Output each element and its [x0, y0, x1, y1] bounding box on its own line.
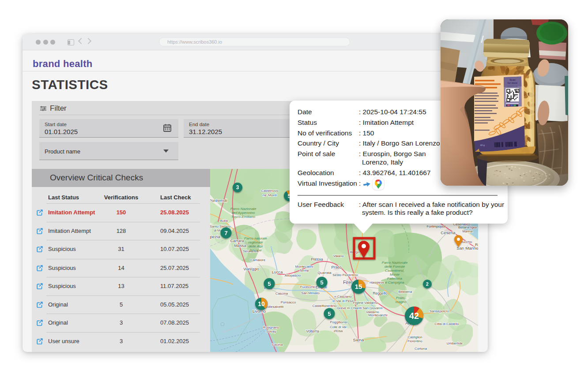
svg-text:Bibbiena: Bibbiena — [399, 290, 412, 294]
svg-text:Marina: Marina — [463, 229, 473, 233]
svg-text:Lucca: Lucca — [272, 270, 283, 274]
svg-text:Apuane: Apuane — [249, 248, 262, 252]
svg-text:Camaiore: Camaiore — [250, 258, 266, 262]
svg-text:Casentinesi,: Casentinesi, — [385, 269, 404, 273]
svg-text:Solvay: Solvay — [266, 329, 276, 333]
svg-text:Parco Nazionale: Parco Nazionale — [230, 207, 256, 211]
svg-text:10: 10 — [258, 300, 265, 307]
svg-text:Vaiano: Vaiano — [333, 254, 344, 258]
svg-text:magno: magno — [396, 300, 407, 304]
svg-text:Montevarchi: Montevarchi — [369, 313, 388, 317]
svg-text:Fucecchio: Fucecchio — [300, 285, 317, 289]
svg-text:Terme: Terme — [299, 269, 309, 273]
svg-text:Prato: Prato — [331, 265, 341, 269]
svg-text:delle Foreste: delle Foreste — [384, 265, 405, 269]
svg-text:Collesalvetti: Collesalvetti — [265, 305, 284, 309]
svg-text:Fiorentino: Fiorentino — [407, 339, 422, 343]
svg-text:3: 3 — [236, 184, 239, 191]
svg-text:ne' Monti: ne' Monti — [263, 193, 277, 197]
svg-text:Poggibonsi: Poggibonsi — [330, 320, 347, 324]
svg-text:Bellaria-Igea: Bellaria-Igea — [458, 225, 477, 229]
svg-text:Parco Nazionale: Parco Nazionale — [382, 261, 408, 265]
svg-text:Cesena: Cesena — [441, 230, 456, 235]
svg-text:Greve in Chianti: Greve in Chianti — [337, 306, 362, 310]
svg-text:Figline Valdarno: Figline Valdarno — [353, 301, 378, 305]
svg-text:regionale: regionale — [249, 240, 263, 244]
svg-text:San Giovanni: San Giovanni — [362, 306, 382, 310]
svg-text:Altopascio: Altopascio — [285, 273, 301, 277]
svg-text:Falterona: Falterona — [387, 277, 402, 280]
svg-text:d'Elsa: d'Elsa — [334, 329, 343, 333]
svg-text:Castiglion: Castiglion — [408, 335, 422, 339]
svg-text:dell'Appennino: dell'Appennino — [232, 211, 255, 215]
svg-text:San Miniato: San Miniato — [301, 291, 320, 295]
svg-text:in Val di Pesa: in Val di Pesa — [332, 299, 354, 303]
svg-text:Reggello: Reggello — [373, 291, 387, 295]
svg-text:Castelnovo: Castelnovo — [261, 189, 279, 193]
svg-text:5: 5 — [320, 279, 323, 286]
svg-text:Sansepolcro: Sansepolcro — [430, 309, 449, 313]
svg-text:Pistoia: Pistoia — [311, 257, 323, 262]
svg-text:Rosignano: Rosignano — [263, 325, 279, 329]
svg-text:Montecatini: Montecatini — [295, 265, 313, 269]
svg-text:Cortona: Cortona — [415, 347, 427, 351]
svg-text:Colle di Val: Colle di Val — [330, 325, 347, 329]
svg-text:Prato-: Prato- — [396, 296, 406, 300]
svg-text:Aulla: Aulla — [220, 219, 228, 223]
svg-text:Viareggio: Viareggio — [243, 267, 259, 271]
svg-text:Monte: Monte — [390, 273, 400, 277]
svg-text:Sesto Fiorentino: Sesto Fiorentino — [332, 273, 358, 277]
svg-text:Siena: Siena — [353, 337, 364, 342]
svg-text:Cascina: Cascina — [275, 292, 288, 295]
svg-text:Ri: Ri — [475, 243, 478, 247]
svg-text:42: 42 — [409, 311, 419, 321]
svg-text:Quarrata: Quarrata — [317, 271, 332, 275]
svg-text:n Casciano: n Casciano — [334, 295, 352, 299]
svg-text:Città di Castello: Città di Castello — [434, 322, 459, 326]
svg-text:Massa: Massa — [234, 243, 246, 248]
svg-text:15: 15 — [355, 283, 362, 290]
svg-text:Ponsacco: Ponsacco — [281, 300, 296, 304]
svg-text:2: 2 — [426, 281, 429, 287]
svg-text:7: 7 — [224, 230, 227, 236]
svg-text:Parco naturale: Parco naturale — [244, 236, 268, 240]
svg-text:ntassieve: ntassieve — [369, 280, 384, 284]
svg-text:5: 5 — [328, 310, 331, 317]
svg-text:Livorno: Livorno — [253, 309, 266, 314]
svg-text:Pontremoli: Pontremoli — [210, 198, 227, 203]
svg-text:Castelfiorentino: Castelfiorentino — [313, 304, 337, 308]
svg-text:Volterra: Volterra — [306, 329, 319, 333]
svg-text:Spezia: Spezia — [210, 234, 220, 239]
svg-text:Cecina: Cecina — [272, 343, 283, 347]
svg-text:5: 5 — [268, 280, 271, 287]
svg-text:Tosco-Emiliano: Tosco-Emiliano — [231, 215, 256, 219]
svg-text:e Campigna: e Campigna — [385, 280, 404, 284]
svg-text:Carrara: Carrara — [230, 239, 244, 243]
svg-text:Umbertide: Umbertide — [447, 341, 463, 345]
svg-text:delle Alpi: delle Alpi — [249, 244, 263, 248]
svg-text:Forlimpopoli: Forlimpopoli — [427, 224, 446, 228]
